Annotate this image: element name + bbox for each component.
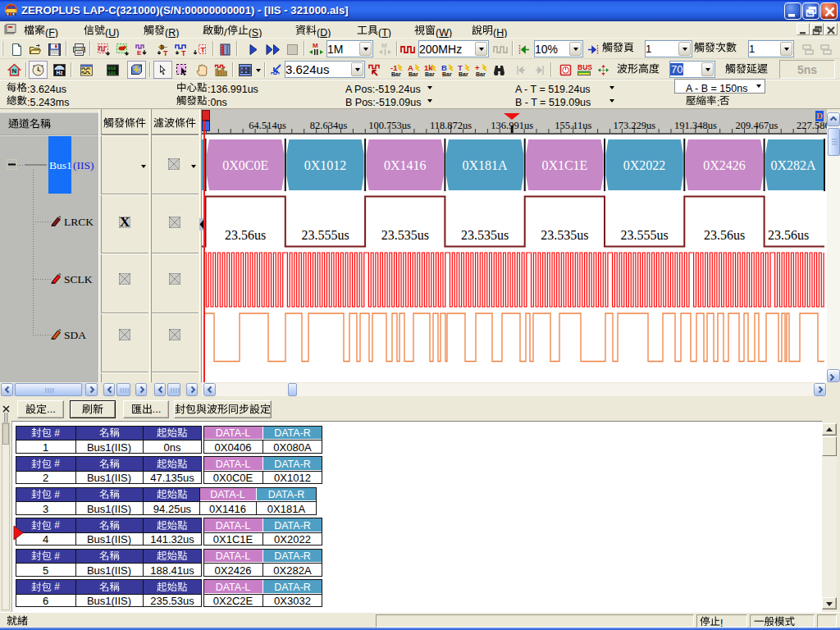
svg-text:M: M [381, 42, 387, 49]
svg-text:0X1012: 0X1012 [304, 158, 347, 172]
svg-text:23.56us: 23.56us [768, 228, 809, 242]
svg-text:0X282A: 0X282A [770, 158, 816, 172]
svg-text:101: 101 [108, 70, 117, 75]
svg-text:0X0C0E: 0X0C0E [222, 158, 268, 172]
svg-text:23.555us: 23.555us [301, 228, 349, 242]
svg-text:23.56us: 23.56us [704, 228, 745, 242]
svg-text:Hz: Hz [57, 70, 64, 75]
svg-text:23.535us: 23.535us [381, 228, 429, 242]
svg-text:T: T [201, 45, 206, 53]
svg-text:23.535us: 23.535us [541, 228, 588, 242]
svg-text:Bar: Bar [459, 71, 468, 77]
svg-text:227.586us: 227.586us [797, 120, 827, 131]
svg-text:0X2022: 0X2022 [623, 158, 666, 172]
svg-text:T: T [163, 49, 168, 57]
svg-text:64.514us: 64.514us [249, 120, 286, 131]
svg-text:Bar: Bar [425, 71, 435, 77]
svg-text:E: E [137, 49, 142, 57]
svg-text:T: T [181, 49, 186, 57]
svg-text:BUS: BUS [578, 63, 592, 71]
svg-text:Bar: Bar [409, 71, 418, 77]
svg-text:191.348us: 191.348us [674, 120, 717, 131]
svg-text:0X1416: 0X1416 [384, 158, 427, 172]
svg-text:23.56us: 23.56us [225, 228, 266, 242]
svg-text:155.11us: 155.11us [555, 120, 591, 131]
svg-text:Bar: Bar [391, 71, 401, 77]
svg-text:N: N [12, 67, 17, 75]
svg-text:23.555us: 23.555us [620, 228, 668, 242]
svg-text:82.634us: 82.634us [310, 120, 348, 131]
svg-text:209.467us: 209.467us [736, 120, 778, 131]
svg-text:0X181A: 0X181A [463, 158, 509, 172]
svg-text:0X1C1E: 0X1C1E [541, 158, 587, 172]
svg-text:23.535us: 23.535us [461, 228, 509, 242]
svg-text:100.753us: 100.753us [368, 120, 411, 131]
svg-text:Bar: Bar [476, 71, 486, 77]
svg-text:Bar: Bar [442, 71, 452, 77]
svg-text:118.872us: 118.872us [430, 120, 472, 131]
svg-text:M: M [313, 42, 318, 49]
svg-text:0X2426: 0X2426 [703, 158, 746, 172]
svg-text:173.229us: 173.229us [613, 120, 655, 131]
